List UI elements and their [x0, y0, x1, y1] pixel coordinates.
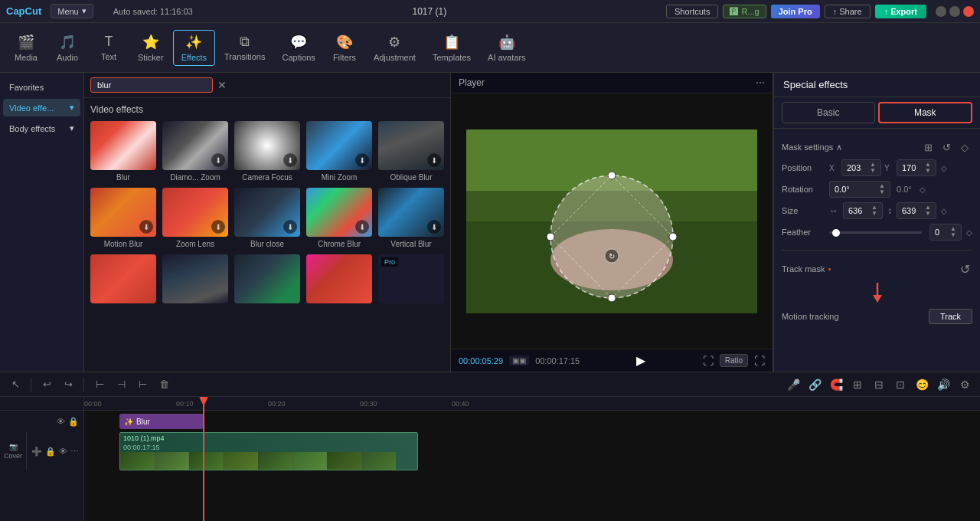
spin-down-y[interactable]: ▼ [925, 168, 931, 174]
tl-blur-clip[interactable]: ✨ Blur [119, 414, 204, 429]
tl-video-clip[interactable]: 1010 (1).mp4 00:00:17:15 [119, 432, 418, 470]
search-clear-icon[interactable]: ✕ [217, 79, 227, 91]
tool-effects[interactable]: ✨ Effects [173, 30, 215, 66]
tl-trim-left-tool[interactable]: ⊣ [112, 375, 130, 394]
share-button[interactable]: ↑ Share [825, 5, 871, 18]
tl-delete-tool[interactable]: 🗑 [155, 375, 173, 394]
tl-trim-right-tool[interactable]: ⊢ [133, 375, 152, 394]
size-w-spinners[interactable]: ▲ ▼ [871, 205, 877, 217]
tool-transitions[interactable]: ⧉ Transitions [217, 31, 273, 64]
effect-blur-close[interactable]: ⬇ Blur close [234, 188, 300, 248]
spin-down-r[interactable]: ▼ [879, 189, 885, 195]
close-button[interactable] [963, 6, 974, 17]
tl-settings-icon[interactable]: ⚙ [956, 375, 974, 394]
search-input[interactable] [90, 77, 213, 93]
tl-magnet-icon[interactable]: 🧲 [827, 375, 845, 394]
tool-captions[interactable]: 💬 Captions [274, 31, 322, 65]
tl-redo-button[interactable]: ↪ [59, 375, 77, 394]
sidebar-item-body-effects[interactable]: Body effects ▾ [3, 120, 80, 137]
track-button[interactable]: Track [929, 309, 972, 324]
rotation-keyframe-icon[interactable]: ◇ [920, 185, 926, 194]
effect-row3d[interactable] [306, 254, 372, 306]
size-w-input[interactable]: 636 ▲ ▼ [843, 202, 883, 219]
ratio-button[interactable]: Ratio [720, 354, 748, 367]
tab-mask[interactable]: Mask [878, 102, 973, 123]
pos-y-spinners[interactable]: ▲ ▼ [925, 162, 931, 174]
tool-ai-avatars[interactable]: 🤖 AI avatars [480, 31, 534, 65]
feather-keyframe-icon[interactable]: ◇ [966, 228, 972, 237]
reset-action-icon[interactable]: ↺ [939, 139, 954, 155]
spin-down-w[interactable]: ▼ [871, 211, 877, 217]
tl-lock-icon[interactable]: 🔒 [68, 417, 79, 427]
tl-link-icon[interactable]: 🔗 [805, 375, 824, 394]
minimize-button[interactable] [936, 6, 946, 17]
tl-eye2-icon[interactable]: 👁 [59, 447, 67, 456]
size-h-input[interactable]: 639 ▲ ▼ [897, 202, 936, 219]
feather-value-input[interactable]: 0 ▲ ▼ [929, 224, 962, 241]
position-keyframe-icon[interactable]: ◇ [941, 164, 947, 172]
rotation-spinners[interactable]: ▲ ▼ [879, 183, 885, 195]
sidebar-item-video-effects[interactable]: Video effe... ▾ [3, 99, 80, 116]
spin-down[interactable]: ▼ [870, 168, 876, 174]
tl-select-tool[interactable]: ↖ [6, 375, 24, 394]
tl-undo-button[interactable]: ↩ [38, 375, 56, 394]
feather-slider[interactable] [829, 231, 922, 234]
effect-mini-zoom[interactable]: ⬇ Mini Zoom [306, 121, 372, 182]
effect-row3c[interactable] [234, 254, 300, 306]
tl-audio-icon[interactable]: 🔊 [934, 375, 952, 394]
effect-vertical-blur[interactable]: ⬇ Vertical Blur [378, 188, 444, 248]
menu-button[interactable]: Menu ▾ [51, 4, 93, 18]
tl-copy-icon[interactable]: ⊡ [891, 375, 910, 394]
tl-group-icon[interactable]: ⊞ [848, 375, 867, 394]
tool-templates[interactable]: 📋 Templates [425, 31, 479, 65]
feather-spinners[interactable]: ▲ ▼ [950, 226, 956, 238]
maximize-button[interactable] [949, 6, 960, 17]
tool-audio[interactable]: 🎵 Audio [47, 31, 87, 65]
tl-more-icon[interactable]: ⋯ [70, 447, 79, 457]
tl-split-tool[interactable]: ⊢ [90, 375, 109, 394]
pos-y-input[interactable]: 170 ▲ ▼ [897, 159, 936, 176]
size-keyframe-icon[interactable]: ◇ [941, 207, 947, 215]
pos-x-spinners[interactable]: ▲ ▼ [870, 162, 876, 174]
effect-chrome-blur[interactable]: ⬇ Chrome Blur [306, 188, 372, 248]
effect-motion-blur[interactable]: ⬇ Motion Blur [90, 188, 156, 248]
effect-diamond-zoom[interactable]: ⬇ Diamo... Zoom [162, 121, 228, 182]
rotation-input[interactable]: 0.0° ▲ ▼ [829, 181, 890, 198]
tl-lock2-icon[interactable]: 🔒 [45, 447, 56, 457]
export-button[interactable]: ↑ Export [875, 5, 926, 18]
tl-emoji-icon[interactable]: 😊 [913, 375, 931, 394]
tool-text[interactable]: T Text [89, 31, 129, 64]
tab-basic[interactable]: Basic [782, 102, 875, 123]
size-h-spinners[interactable]: ▲ ▼ [925, 205, 931, 217]
player-more-icon[interactable]: ⋯ [756, 77, 765, 88]
spin-down-h[interactable]: ▼ [925, 211, 931, 217]
pos-x-input[interactable]: 203 ▲ ▼ [841, 159, 881, 176]
effect-row3e[interactable]: Pro [378, 254, 444, 306]
image-action-icon[interactable]: ⊞ [920, 139, 936, 155]
spin-down-f[interactable]: ▼ [950, 232, 956, 238]
tool-adjustment[interactable]: ⚙ Adjustment [366, 31, 423, 65]
effect-oblique-blur[interactable]: ⬇ Oblique Blur [378, 121, 444, 182]
effect-camera-focus[interactable]: ⬇ Camera Focus [234, 121, 300, 182]
play-button[interactable]: ▶ [636, 353, 645, 368]
feather-thumb[interactable] [832, 229, 840, 237]
tl-mic-icon[interactable]: 🎤 [784, 375, 802, 394]
effect-row3a[interactable] [90, 254, 156, 306]
tool-filters[interactable]: 🎨 Filters [325, 31, 364, 65]
sidebar-item-favorites[interactable]: Favorites [3, 79, 80, 96]
shortcuts-button[interactable]: Shortcuts [666, 5, 718, 18]
diamond-action-icon[interactable]: ◇ [957, 139, 972, 155]
effect-zoom-lens[interactable]: ⬇ Zoom Lens [162, 188, 228, 248]
tl-visibility-icon[interactable]: 👁 [57, 417, 65, 426]
tool-media[interactable]: 🎬 Media [6, 31, 46, 65]
join-pro-button[interactable]: Join Pro [771, 5, 820, 18]
tl-split2-icon[interactable]: ⊟ [870, 375, 888, 394]
fullscreen-icon[interactable]: ⛶ [754, 355, 765, 367]
effect-blur[interactable]: Blur [90, 121, 156, 182]
tl-add-icon[interactable]: ➕ [31, 447, 42, 457]
crop-icon[interactable]: ⛶ [703, 355, 714, 367]
tl-cover-label[interactable]: 📷 Cover [0, 432, 27, 470]
track-reset-icon[interactable]: ↺ [957, 261, 972, 277]
tool-sticker[interactable]: ⭐ Sticker [130, 31, 172, 65]
effect-row3b[interactable] [162, 254, 228, 306]
